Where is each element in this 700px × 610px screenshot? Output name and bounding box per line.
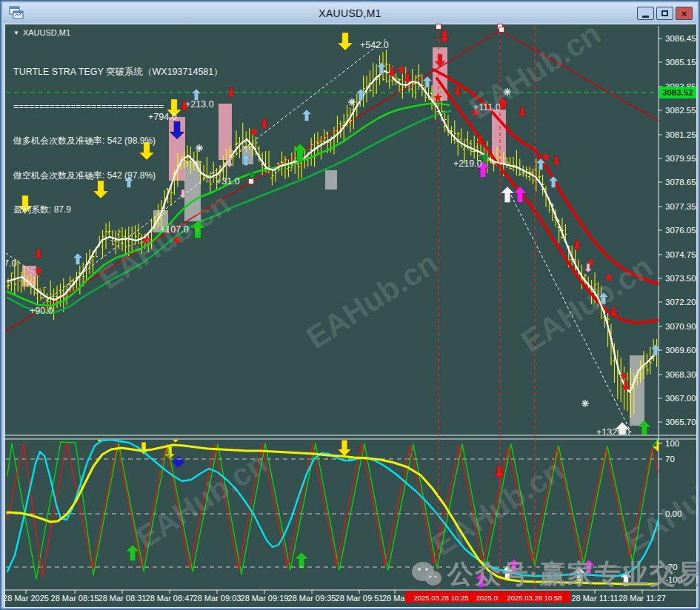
- strategy-short-stats: 做空机会次数及准确率: 542 (97.8%): [13, 170, 223, 182]
- maximize-button[interactable]: [656, 7, 673, 20]
- strategy-long-stats: 做多机会次数及准确率: 542 (98.9%): [13, 135, 223, 147]
- time-axis[interactable]: [5, 587, 696, 604]
- strategy-profit-factor: 盈利系数: 87.9: [13, 204, 223, 216]
- title-bar[interactable]: XAUUSD,M1 ×: [3, 3, 697, 23]
- price-axis[interactable]: [656, 24, 693, 589]
- minimize-button[interactable]: [637, 7, 654, 20]
- window-title: XAUUSD,M1: [3, 7, 697, 19]
- strategy-title: TURTLE STRA TEGY 突破系统（WX193714581）: [13, 67, 223, 78]
- minimize-icon: [642, 16, 649, 18]
- close-button[interactable]: ×: [676, 7, 693, 20]
- chevron-down-icon: ▼: [13, 30, 19, 36]
- symbol-label: XAUUSD,M1: [23, 28, 70, 37]
- strategy-panel: TURTLE STRA TEGY 突破系统（WX193714581） =====…: [13, 44, 223, 239]
- maximize-icon: [661, 10, 668, 16]
- strategy-divider: =============================: [13, 101, 223, 113]
- symbol-selector[interactable]: ▼ XAUUSD,M1: [13, 28, 70, 37]
- mt4-chart-window: XAUUSD,M1 × +542.0+213.0+794.0+31.0+107.…: [0, 0, 700, 610]
- wechat-icon: [410, 560, 443, 589]
